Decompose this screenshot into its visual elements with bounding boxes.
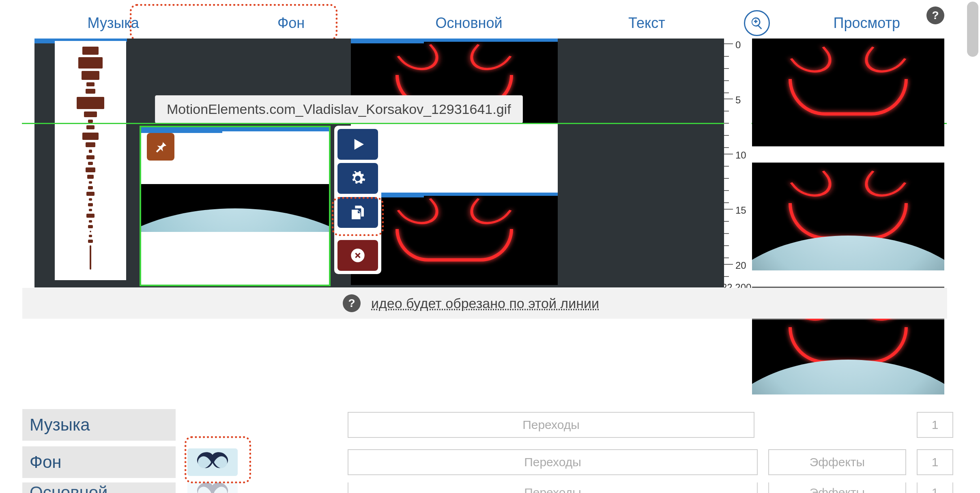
butterfly-icon: [194, 450, 231, 474]
layer-label-music[interactable]: Музыка: [22, 409, 176, 441]
transitions-button[interactable]: Переходы: [348, 449, 758, 475]
app-root: Музыка Фон Основной Текст Просмотр ?: [0, 0, 980, 493]
count-box[interactable]: 1: [917, 449, 953, 475]
help-icon[interactable]: ?: [343, 294, 361, 312]
tab-main[interactable]: Основной: [380, 11, 558, 36]
tabs-row: Музыка Фон Основной Текст Просмотр: [24, 8, 956, 38]
help-icon[interactable]: ?: [926, 6, 944, 24]
preview-frame-1[interactable]: [752, 39, 944, 146]
hint-bar: ? идео будет обрезано по этой линии: [22, 288, 947, 319]
layer-row-background: Фон Переходы Эффекты 1: [22, 445, 956, 479]
devil-face-graphic: [351, 193, 558, 285]
tab-text[interactable]: Текст: [558, 11, 735, 36]
copy-button[interactable]: [337, 197, 378, 228]
audio-clip[interactable]: [55, 41, 126, 280]
audio-track-column: [34, 39, 127, 284]
ruler-tick-10: 10: [735, 150, 746, 161]
gear-icon: [350, 170, 366, 186]
delete-button[interactable]: [337, 240, 378, 271]
ruler-tick-0: 0: [735, 39, 741, 51]
butterfly-thumb-dim[interactable]: [187, 482, 238, 493]
butterfly-icon: [194, 482, 231, 493]
ruler-tick-5: 5: [735, 94, 741, 106]
devil-face-graphic: [752, 39, 944, 146]
butterfly-thumb[interactable]: [187, 448, 238, 476]
waveform: [74, 45, 107, 277]
play-button[interactable]: [337, 129, 378, 160]
effects-button[interactable]: Эффекты: [768, 449, 906, 475]
tab-background[interactable]: Фон: [202, 11, 380, 36]
earth-graphic: [752, 356, 944, 394]
play-icon: [350, 136, 366, 152]
layer-label-main[interactable]: Основной: [22, 482, 176, 493]
magnifier-plus-icon: [750, 16, 764, 30]
hint-text: идео будет обрезано по этой линии: [371, 296, 599, 311]
layer-row-main: Основной Переходы Эффекты 1: [22, 482, 956, 493]
transitions-button[interactable]: Переходы: [348, 482, 758, 493]
background-clip-selected[interactable]: [140, 126, 331, 286]
earth-graphic: [141, 184, 329, 232]
ruler-tick-20: 20: [735, 260, 746, 271]
count-box[interactable]: 1: [917, 412, 953, 438]
close-circle-icon: [350, 247, 366, 264]
copy-icon: [350, 204, 366, 221]
count-box[interactable]: 1: [917, 482, 953, 493]
transitions-button[interactable]: Переходы: [348, 412, 754, 438]
settings-button[interactable]: [337, 163, 378, 194]
effects-button[interactable]: Эффекты: [768, 482, 906, 493]
preview-column: [752, 39, 944, 411]
main-clip-2[interactable]: [351, 193, 558, 285]
layer-label-background[interactable]: Фон: [22, 446, 176, 478]
zoom-button[interactable]: [744, 10, 770, 36]
scrollbar[interactable]: [967, 2, 978, 57]
pin-button[interactable]: [147, 133, 174, 161]
layers-panel: Музыка Переходы 1 Фон Переходы Эффекты 1…: [22, 408, 956, 493]
time-ruler: 0 5 10 15 20 22.200: [724, 39, 752, 297]
preview-frame-2[interactable]: [752, 163, 944, 270]
pin-icon: [154, 140, 168, 154]
clip-filename-tooltip: MotionElements.com_Vladislav_Korsakov_12…: [155, 95, 523, 123]
earth-graphic: [752, 231, 944, 270]
main-clip-gap: [351, 124, 558, 193]
tab-music[interactable]: Музыка: [24, 11, 202, 36]
clip-actions: [334, 126, 381, 274]
ruler-tick-15: 15: [735, 205, 746, 216]
layer-row-music: Музыка Переходы 1: [22, 408, 956, 442]
